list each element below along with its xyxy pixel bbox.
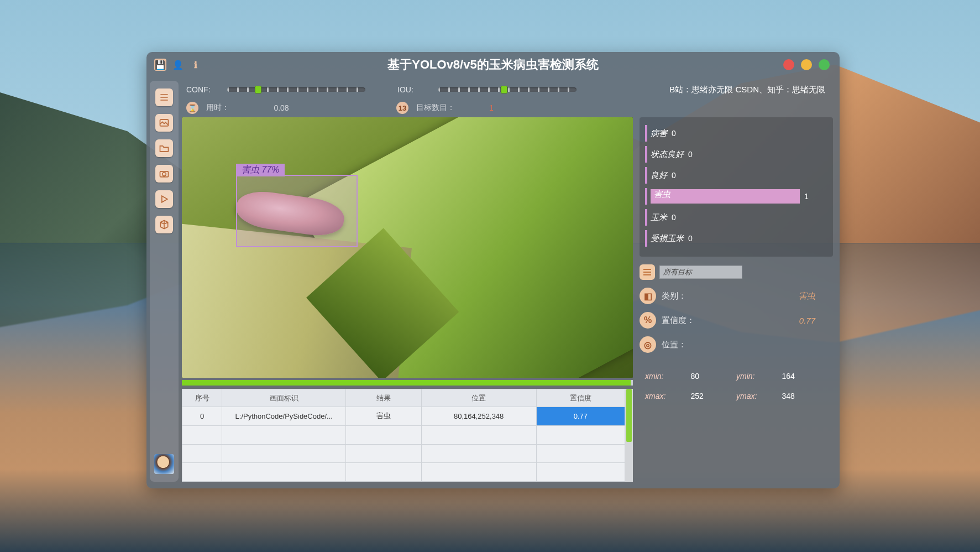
location-icon: ◎ [640, 336, 656, 353]
cell-class: 害虫 [346, 407, 421, 426]
desktop-wallpaper: 💾 👤 ℹ 基于YOLOv8/v5的玉米病虫害检测系统 [0, 0, 980, 552]
sidebar-image-icon[interactable] [155, 114, 173, 132]
attribution-text: B站：思绪亦无限 CSDN、知乎：思绪无限 [669, 85, 829, 95]
xmin-label: xmin: [645, 372, 691, 381]
sidebar-folder-icon[interactable] [155, 139, 173, 157]
sidebar [150, 81, 179, 482]
window-maximize-button[interactable] [819, 59, 830, 70]
bbox-label: 害虫 77% [236, 164, 285, 176]
playback-progress[interactable] [182, 380, 633, 386]
sidebar-play-icon[interactable] [155, 190, 173, 208]
ymin-label: ymin: [736, 372, 782, 381]
info-icon[interactable]: ℹ [190, 59, 202, 71]
count-value: 1 [469, 103, 513, 112]
table-scrollbar[interactable] [625, 389, 633, 482]
table-row [182, 444, 625, 463]
confidence-label: 置信度： [662, 315, 695, 326]
count-icon: 13 [396, 102, 408, 114]
table-row[interactable]: 0 L:/PythonCode/PySideCode/... 害虫 80,164… [182, 407, 625, 426]
user-icon[interactable]: 👤 [172, 59, 184, 71]
cell-pos: 80,164,252,348 [421, 407, 536, 426]
time-value: 0.08 [259, 103, 303, 112]
table-row [182, 425, 625, 444]
window-minimize-button[interactable] [801, 59, 812, 70]
titlebar: 💾 👤 ℹ 基于YOLOv8/v5的玉米病虫害检测系统 [146, 52, 840, 77]
detection-image[interactable]: 害虫 77% [182, 117, 633, 378]
class-row: 害虫1 [645, 186, 826, 207]
xmax-label: xmax: [645, 392, 691, 400]
th-frame[interactable]: 画面标识 [222, 389, 346, 407]
svg-point-2 [163, 173, 166, 176]
iou-label: IOU: [397, 85, 431, 94]
cell-index: 0 [182, 407, 222, 426]
sidebar-camera-icon[interactable] [155, 165, 173, 183]
target-select-input[interactable] [659, 265, 742, 279]
user-avatar[interactable] [154, 454, 174, 474]
ymin-value: 164 [782, 372, 828, 381]
class-count-chart: 病害0状态良好0良好0害虫1玉米0受损玉米0 [640, 117, 833, 257]
class-row: 良好0 [645, 165, 826, 186]
iou-slider[interactable] [438, 87, 577, 92]
timer-icon: ⌛ [186, 102, 198, 114]
svg-marker-3 [162, 196, 167, 202]
app-title: 基于YOLOv8/v5的玉米病虫害检测系统 [146, 56, 840, 73]
sidebar-list-icon[interactable] [155, 88, 173, 106]
class-row: 受损玉米0 [645, 228, 826, 249]
th-pos[interactable]: 位置 [421, 389, 536, 407]
app-window: 💾 👤 ℹ 基于YOLOv8/v5的玉米病虫害检测系统 [146, 52, 840, 488]
count-label: 目标数目： [416, 103, 462, 113]
confidence-icon: % [640, 312, 656, 329]
class-row: 病害0 [645, 123, 826, 144]
window-close-button[interactable] [783, 59, 794, 70]
category-icon: ◧ [640, 288, 656, 304]
th-class[interactable]: 结果 [346, 389, 421, 407]
results-table: 序号 画面标识 结果 位置 置信度 0 L:/PythonCode/P [182, 389, 633, 482]
coordinates-block: xmin: 80 ymin: 164 xmax: 252 ymax: 348 [640, 361, 833, 412]
xmax-value: 252 [691, 392, 737, 400]
conf-slider[interactable] [227, 87, 365, 92]
th-conf[interactable]: 置信度 [536, 389, 625, 407]
location-label: 位置： [662, 340, 695, 350]
ymax-value: 348 [782, 392, 828, 400]
save-icon[interactable]: 💾 [154, 59, 166, 71]
main-panel: CONF: IOU: B站：思绪亦无限 CSDN、知乎：思绪无限 ⌛ 用时： 0… [182, 81, 833, 482]
cell-conf: 0.77 [536, 407, 625, 426]
th-index[interactable]: 序号 [182, 389, 222, 407]
time-label: 用时： [206, 103, 251, 113]
category-value: 害虫 [799, 291, 815, 301]
target-selector [640, 264, 833, 280]
confidence-value: 0.77 [799, 316, 815, 325]
conf-label: CONF: [186, 85, 219, 94]
xmin-value: 80 [691, 372, 737, 381]
cell-frame: L:/PythonCode/PySideCode/... [222, 407, 346, 426]
table-row [182, 463, 625, 482]
class-row: 玉米0 [645, 207, 826, 228]
detection-bbox: 害虫 77% [236, 175, 358, 248]
category-label: 类别： [662, 291, 695, 301]
class-row: 状态良好0 [645, 144, 826, 165]
ymax-label: ymax: [736, 392, 782, 400]
sidebar-cube-icon[interactable] [155, 216, 173, 233]
list-icon [640, 264, 655, 280]
